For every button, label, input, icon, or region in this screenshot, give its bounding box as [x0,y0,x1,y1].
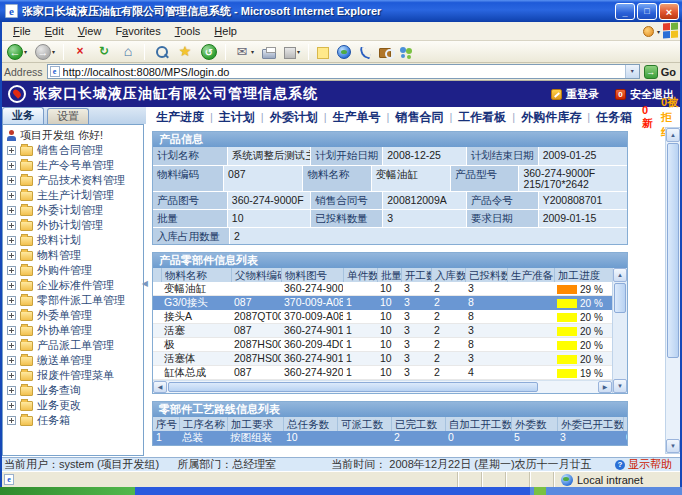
dropdown-caret-icon[interactable]: ▾ [297,48,300,55]
parts-table-vscrollbar[interactable]: ▲ ▼ [612,268,627,393]
menu-item-view[interactable]: View [71,25,109,37]
expand-plus-icon[interactable] [7,371,16,380]
expand-plus-icon[interactable] [7,311,16,320]
scroll-right-icon[interactable]: ▶ [598,381,612,393]
page-scroll-up-icon[interactable]: ▲ [666,128,680,142]
dropdown-caret-icon[interactable]: ▾ [52,48,55,55]
nav-link-1[interactable]: 主计划 [219,109,255,126]
table-row[interactable]: 接头A2087QT002370-009-A085011032820 % [153,310,612,324]
dropdown-caret-icon[interactable]: ▾ [24,48,27,55]
history-button[interactable]: ↺ [198,43,220,61]
print-button[interactable] [259,44,279,60]
research-button[interactable] [376,44,394,59]
menu-item-edit[interactable]: Edit [38,25,71,37]
nav-link-4[interactable]: 销售合同 [395,109,443,126]
expand-plus-icon[interactable] [7,176,16,185]
taskbar[interactable] [0,487,682,495]
expand-plus-icon[interactable] [7,356,16,365]
forward-button[interactable]: →▾ [32,43,58,61]
sidebar-item-5[interactable]: 外协计划管理 [3,218,143,233]
nav-link-0[interactable]: 生产进度 [156,109,204,126]
page-scroll-down-icon[interactable]: ▼ [666,439,680,453]
expand-plus-icon[interactable] [7,341,16,350]
expand-plus-icon[interactable] [7,281,16,290]
expand-plus-icon[interactable] [7,266,16,275]
maximize-button[interactable]: □ [637,3,657,20]
sidebar-item-4[interactable]: 外委计划管理 [3,203,143,218]
sidebar-item-13[interactable]: 产品派工单管理 [3,338,143,353]
menu-item-file[interactable]: File [6,25,38,37]
search-button[interactable] [150,43,172,61]
table-row[interactable]: 1总装按图组装10205300 [153,431,627,445]
sidebar-item-7[interactable]: 物料管理 [3,248,143,263]
sidebar-item-9[interactable]: 企业标准件管理 [3,278,143,293]
sidebar-item-15[interactable]: 报废件管理菜单 [3,368,143,383]
sidebar-item-10[interactable]: 零部件派工单管理 [3,293,143,308]
stop-button[interactable]: × [69,43,91,61]
minimize-button[interactable]: _ [615,3,635,20]
sidebar-item-18[interactable]: 任务箱 [3,413,143,428]
refresh-button[interactable]: ↻ [93,43,115,61]
sidebar-item-3[interactable]: 主生产计划管理 [3,188,143,203]
sidebar-item-1[interactable]: 生产令号单管理 [3,158,143,173]
nav-link-6[interactable]: 外购件库存 [521,109,581,126]
page-scrollbar[interactable]: ▲ ▼ [665,127,681,454]
tab-settings[interactable]: 设置 [47,108,89,124]
sidebar-item-14[interactable]: 缴送单管理 [3,353,143,368]
table-row[interactable]: 活塞体2087HS002360-274-9011W11032320 % [153,352,612,366]
relogin-button[interactable]: 重登录 [551,87,599,102]
sidebar-item-16[interactable]: 业务查询 [3,383,143,398]
table-row[interactable]: 极2087HS002360-209-4D01011032820 % [153,338,612,352]
hscroll-thumb[interactable] [168,382,538,392]
table-row[interactable]: 缸体总成087360-274-9200F11032419 % [153,366,612,380]
back-button[interactable]: ←▾ [4,43,30,61]
expand-plus-icon[interactable] [7,296,16,305]
expand-plus-icon[interactable] [7,326,16,335]
nav-link-3[interactable]: 生产单号 [333,109,381,126]
address-dropdown-icon[interactable]: ▾ [625,65,639,78]
menu-item-help[interactable]: Help [207,25,244,37]
sidebar-item-0[interactable]: 销售合同管理 [3,143,143,158]
expand-plus-icon[interactable] [7,251,16,260]
address-input[interactable]: e http://localhost:8080/MPS/login.do ▾ [47,64,640,79]
home-button[interactable]: ⌂ [117,43,139,61]
nav-link-2[interactable]: 外委计划 [270,109,318,126]
messenger-button[interactable] [396,43,417,60]
nav-link-5[interactable]: 工作看板 [458,109,506,126]
tab-business[interactable]: 业务 [2,107,44,124]
scroll-up-icon[interactable]: ▲ [613,268,627,282]
favorites-button[interactable]: ★ [174,43,196,61]
expand-plus-icon[interactable] [7,191,16,200]
sidebar-item-8[interactable]: 外购件管理 [3,263,143,278]
dropdown-caret-icon[interactable]: ▾ [251,48,254,55]
sidebar-item-2[interactable]: 产品技术资料管理 [3,173,143,188]
nav-link-7[interactable]: 任务箱 [596,109,632,126]
scroll-down-icon[interactable]: ▼ [613,379,627,393]
edit-button[interactable]: ▾ [281,44,303,60]
menu-item-tools[interactable]: Tools [168,25,208,37]
page-scroll-thumb[interactable] [667,143,679,358]
parts-table-hscrollbar[interactable]: ◀ ▶ [153,380,612,393]
sidebar-item-6[interactable]: 投料计划 [3,233,143,248]
sidebar-item-12[interactable]: 外协单管理 [3,323,143,338]
expand-plus-icon[interactable] [7,401,16,410]
expand-plus-icon[interactable] [7,161,16,170]
menu-item-favorites[interactable]: Favorites [108,25,167,37]
swoosh-button[interactable] [356,44,374,59]
table-row[interactable]: 变幅油缸360-274-9000F1032329 % [153,282,612,296]
table-row[interactable]: 活塞087360-274-9010F11032320 % [153,324,612,338]
show-help-link[interactable]: ? 显示帮助 [615,457,678,472]
expand-plus-icon[interactable] [7,206,16,215]
globe-button[interactable] [334,43,354,60]
sidebar-item-11[interactable]: 外委单管理 [3,308,143,323]
table-row[interactable]: G3/0接头087370-009-A084011032820 % [153,296,612,310]
start-button-fragment[interactable] [0,487,135,495]
scroll-left-icon[interactable]: ◀ [153,381,167,393]
expand-plus-icon[interactable] [7,221,16,230]
expand-plus-icon[interactable] [7,416,16,425]
mail-button[interactable]: ✉▾ [231,43,257,61]
addon-icon[interactable] [643,26,654,37]
go-button[interactable]: → Go [644,65,678,79]
expand-plus-icon[interactable] [7,236,16,245]
expand-plus-icon[interactable] [7,386,16,395]
